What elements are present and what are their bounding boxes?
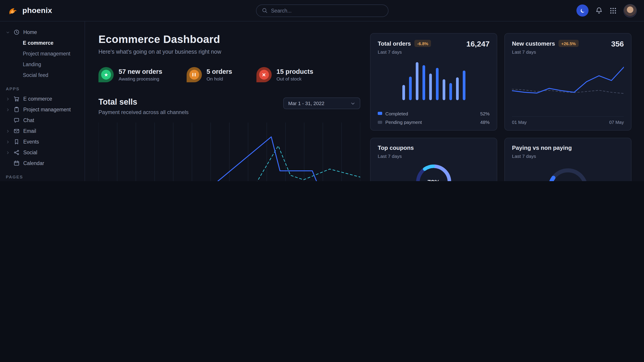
sidebar-item-label: Chat xyxy=(23,118,34,123)
notifications-button[interactable] xyxy=(595,7,603,14)
sidebar-item-label: E commerce xyxy=(23,96,52,101)
cart-icon xyxy=(14,96,20,102)
sidebar-item-email[interactable]: Email xyxy=(0,126,84,136)
new-customers-chart xyxy=(512,54,624,114)
chevron-down-icon xyxy=(6,30,10,34)
legend-label: Pending payment xyxy=(385,119,422,125)
x-axis-label: 01 May xyxy=(512,120,527,125)
total-sells-title: Total sells xyxy=(98,97,189,107)
legend-row: Completed52% xyxy=(378,111,490,116)
card-title: Paying vs non paying xyxy=(512,144,572,151)
legend-label: Completed xyxy=(385,111,408,116)
sidebar-item-home[interactable]: Home xyxy=(0,27,84,37)
sidebar-item-social[interactable]: Social xyxy=(0,147,84,158)
calendar-icon xyxy=(14,160,20,166)
x-icon: × xyxy=(256,67,272,82)
share-icon xyxy=(14,149,20,156)
sidebar-item-label: Events xyxy=(23,139,39,144)
legend-row: Pending payment48% xyxy=(378,119,490,125)
sidebar-section-label: PAGES xyxy=(0,169,84,181)
global-search-input[interactable] xyxy=(271,8,382,13)
grid-icon xyxy=(610,7,617,14)
date-range-value: Mar 1 - 31, 2022 xyxy=(288,101,324,106)
stat-value: 5 orders xyxy=(206,68,232,75)
stat-x: ×15 productsOut of stock xyxy=(256,67,313,82)
page-title: Ecommerce Dashboard xyxy=(98,33,360,46)
app-root: phoenix HomeE commerceProject management… xyxy=(0,0,644,181)
stat-caption: Out of stock xyxy=(276,76,313,81)
chevron-right-icon xyxy=(6,97,10,101)
top-coupons-donut: 72% xyxy=(414,162,453,181)
profile-avatar[interactable] xyxy=(624,4,637,17)
top-navbar: phoenix xyxy=(0,0,644,21)
sidebar: HomeE commerceProject managementLandingS… xyxy=(0,21,85,181)
sidebar-item-calendar[interactable]: Calendar xyxy=(0,158,84,169)
card-period: Last 7 days xyxy=(378,153,414,159)
chevron-right-icon xyxy=(6,140,10,144)
card-period: Last 7 days xyxy=(378,49,431,54)
card-top-coupons: Top coupons Last 7 days 72% Percentage d… xyxy=(370,138,497,181)
sidebar-item-social-feed[interactable]: Social feed xyxy=(0,70,84,80)
total-sells-header: Total sells Payment received across all … xyxy=(98,97,360,115)
date-range-select[interactable]: Mar 1 - 31, 2022 xyxy=(283,97,360,109)
legend-swatch xyxy=(378,120,382,124)
legend-value: 52% xyxy=(480,111,490,116)
sidebar-section-label: APPS xyxy=(0,80,84,93)
stat-pause: 5 ordersOn hold xyxy=(186,67,232,82)
phoenix-logo-icon xyxy=(7,5,19,16)
bookmark-icon xyxy=(14,139,20,145)
pause-icon xyxy=(186,67,202,82)
card-period: Last 7 days xyxy=(512,153,572,159)
sidebar-item-e-commerce[interactable]: E commerce xyxy=(0,93,84,104)
sidebar-item-label: Social xyxy=(23,150,37,155)
sidebar-item-label: Calendar xyxy=(23,161,44,166)
apps-menu-button[interactable] xyxy=(610,7,617,14)
total-orders-chart xyxy=(378,54,490,107)
sidebar-item-landing[interactable]: Landing xyxy=(0,59,84,70)
clipboard-icon xyxy=(14,106,20,113)
moon-icon xyxy=(579,7,586,14)
stat-value: 57 new orders xyxy=(118,68,162,75)
search-icon xyxy=(262,7,268,13)
card-title: Total orders xyxy=(378,40,411,47)
card-paying-vs-non-paying: Paying vs non paying Last 7 days Paying … xyxy=(504,138,632,181)
sidebar-item-project-management[interactable]: Project management xyxy=(0,48,84,59)
sidebar-item-label: Email xyxy=(23,128,36,134)
stat-caption: On hold xyxy=(206,76,232,81)
brand[interactable]: phoenix xyxy=(7,5,85,16)
stats-row: ★57 new ordersAwating processing5 orders… xyxy=(98,67,360,82)
trend-badge: -6.8% xyxy=(414,40,431,47)
legend-swatch xyxy=(378,112,382,115)
card-title: Top coupons xyxy=(378,144,414,151)
dashboard-top: Ecommerce Dashboard Here's what's going … xyxy=(85,21,644,181)
stat-caption: Awating processing xyxy=(118,76,162,81)
navbar-actions xyxy=(576,4,637,17)
sidebar-item-events[interactable]: Events xyxy=(0,136,84,147)
clock-icon xyxy=(14,29,20,35)
sidebar-item-chat[interactable]: Chat xyxy=(0,115,84,126)
paying-gauge-chart xyxy=(512,159,624,181)
trend-badge: +26.5% xyxy=(558,40,578,47)
chevron-down-icon xyxy=(350,101,355,106)
star-icon: ★ xyxy=(98,67,114,82)
card-total-orders: Total orders -6.8% Last 7 days 16,247 Co… xyxy=(370,33,497,131)
sidebar-item-e-commerce[interactable]: E commerce xyxy=(0,37,84,48)
sidebar-item-project-management[interactable]: Project management xyxy=(0,104,84,115)
donut-center-value: 72% xyxy=(414,162,453,181)
sidebar-item-label: Home xyxy=(23,29,37,35)
x-axis-label: 07 May xyxy=(609,120,624,125)
theme-toggle-button[interactable] xyxy=(576,4,588,16)
brand-name: phoenix xyxy=(22,6,52,15)
chevron-right-icon xyxy=(6,150,10,154)
new-customers-x-axis: 01 May07 May xyxy=(512,116,624,125)
card-period: Last 7 days xyxy=(512,49,578,54)
card-value: 16,247 xyxy=(466,40,490,49)
total-orders-legend: Completed52%Pending payment48% xyxy=(378,107,490,125)
total-sells-chart: 01 May15 May30 May xyxy=(98,122,360,181)
main-content: Ecommerce Dashboard Here's what's going … xyxy=(85,21,644,181)
mail-icon xyxy=(14,128,20,134)
page-subtitle: Here's what's going on at your business … xyxy=(98,49,360,55)
stat-star: ★57 new ordersAwating processing xyxy=(98,67,162,82)
kpi-cards: Total orders -6.8% Last 7 days 16,247 Co… xyxy=(370,33,632,181)
card-value: 356 xyxy=(611,40,624,49)
